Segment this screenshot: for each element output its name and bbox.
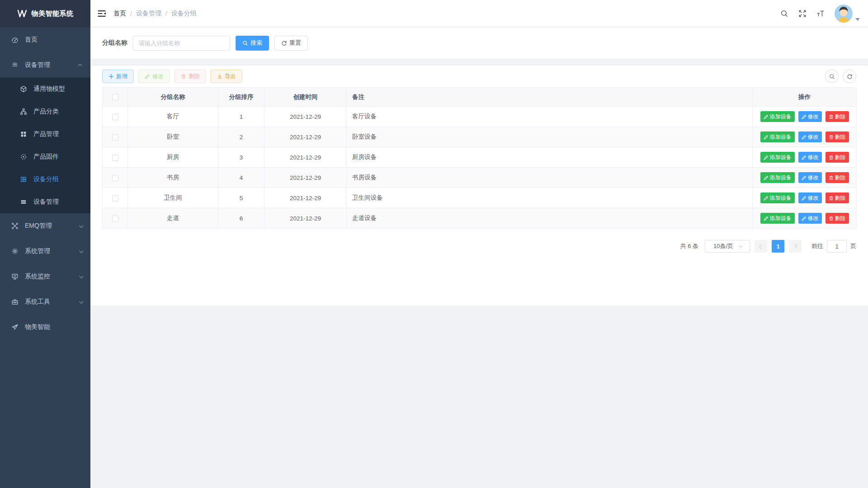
cube-icon (20, 85, 27, 93)
fullscreen-icon[interactable] (798, 9, 807, 18)
row-edit-button[interactable]: 修改 (798, 192, 822, 203)
app-title: 物美智能系统 (32, 9, 74, 18)
page-size-select[interactable]: 10条/页 (705, 240, 750, 253)
caret-down-icon (855, 18, 860, 21)
sidebar-toggle-icon[interactable] (97, 9, 106, 18)
row-delete-button[interactable]: 删除 (826, 131, 849, 142)
refresh-button[interactable] (843, 70, 856, 83)
row-delete-button[interactable]: 删除 (826, 192, 849, 203)
sidebar-item-emq-manage[interactable]: EMQ管理 (0, 213, 90, 239)
delete-button[interactable]: 删除 (175, 70, 206, 83)
row-delete-button[interactable]: 删除 (826, 111, 849, 122)
row-checkbox[interactable] (112, 114, 118, 120)
export-button-label: 导出 (225, 73, 236, 80)
sidebar-item-product-firmware[interactable]: 产品固件 (0, 145, 90, 168)
add-button-label: 新增 (116, 73, 127, 80)
app-root: 物美智能系统 首页 设备管理 (0, 0, 868, 488)
add-button[interactable]: 新增 (102, 70, 134, 83)
sidebar-item-label: 产品管理 (33, 130, 82, 138)
add-device-label: 添加设备 (770, 154, 792, 161)
row-edit-button[interactable]: 修改 (798, 172, 822, 183)
sidebar-item-thing-model[interactable]: 通用物模型 (0, 78, 90, 100)
font-size-icon[interactable] (816, 9, 825, 18)
row-delete-label: 删除 (835, 154, 846, 161)
breadcrumb-device-manage: 设备管理 (136, 9, 161, 18)
row-edit-button[interactable]: 修改 (798, 213, 822, 224)
row-checkbox[interactable] (112, 134, 118, 141)
sidebar-item-system-manage[interactable]: 系统管理 (0, 239, 90, 264)
chevron-down-icon (739, 244, 742, 247)
select-all-checkbox[interactable] (112, 94, 118, 100)
goto-page-input[interactable] (827, 240, 847, 253)
toggle-search-button[interactable] (825, 70, 839, 83)
row-delete-button[interactable]: 删除 (826, 213, 849, 224)
add-device-button[interactable]: 添加设备 (760, 152, 795, 163)
next-page-button[interactable] (789, 240, 802, 253)
page-unit-label: 页 (850, 242, 856, 250)
add-device-button[interactable]: 添加设备 (760, 192, 795, 203)
row-checkbox[interactable] (112, 195, 118, 202)
table-row: 卧室 2 2021-12-29 卧室设备 添加设备修改删除 (103, 127, 857, 147)
sidebar-item-device-manage[interactable]: 设备管理 (0, 52, 90, 78)
export-button[interactable]: 导出 (211, 70, 242, 83)
add-device-label: 添加设备 (770, 215, 792, 222)
cell-group-order: 6 (218, 208, 264, 229)
sidebar-item-device-group[interactable]: 设备分组 (0, 168, 90, 191)
row-checkbox[interactable] (112, 175, 118, 181)
breadcrumb-home[interactable]: 首页 (113, 9, 126, 18)
cell-group-order: 5 (218, 188, 264, 208)
row-edit-button[interactable]: 修改 (798, 131, 822, 142)
breadcrumb: 首页 / 设备管理 / 设备分组 (113, 9, 197, 18)
edit-button-label: 修改 (152, 73, 164, 80)
sidebar-item-system-tools[interactable]: 系统工具 (0, 289, 90, 314)
col-header-actions: 操作 (753, 88, 857, 107)
edit-button[interactable]: 修改 (138, 70, 170, 83)
row-delete-button[interactable]: 删除 (826, 152, 849, 163)
device-group-table: 分组名称 分组排序 创建时间 备注 操作 客厅 1 2021-12-29 客厅设… (102, 87, 857, 229)
sidebar-item-system-monitor[interactable]: 系统监控 (0, 264, 90, 289)
row-checkbox[interactable] (112, 216, 118, 222)
reset-button-label: 重置 (289, 39, 301, 47)
group-name-label: 分组名称 (102, 39, 127, 47)
cell-group-name: 走道 (128, 208, 218, 229)
sidebar-item-wumei-smart[interactable]: 物美智能 (0, 314, 90, 340)
device-group-icon (20, 176, 27, 183)
page-number-button[interactable]: 1 (772, 240, 784, 253)
pagination: 共 6 条 10条/页 1 前往 页 (102, 240, 856, 253)
col-header-group-order: 分组排序 (218, 88, 264, 107)
cell-remark: 卫生间设备 (347, 188, 753, 208)
row-edit-label: 修改 (808, 133, 819, 141)
sidebar-item-product-manage[interactable]: 产品管理 (0, 123, 90, 145)
row-edit-button[interactable]: 修改 (798, 111, 822, 122)
cell-remark: 厨房设备 (347, 147, 753, 168)
col-header-remark: 备注 (347, 88, 753, 107)
table-toolbar: 新增 修改 删除 导出 (102, 70, 856, 83)
row-delete-button[interactable]: 删除 (826, 172, 849, 183)
sidebar-item-label: 系统工具 (25, 298, 79, 306)
row-edit-button[interactable]: 修改 (798, 152, 822, 163)
user-menu[interactable] (835, 5, 860, 23)
add-device-button[interactable]: 添加设备 (760, 172, 795, 183)
add-device-button[interactable]: 添加设备 (760, 131, 795, 142)
table-header-row: 分组名称 分组排序 创建时间 备注 操作 (103, 88, 857, 107)
table-row: 卫生间 5 2021-12-29 卫生间设备 添加设备修改删除 (103, 188, 857, 208)
sidebar-item-label: 物美智能 (25, 323, 82, 331)
search-icon[interactable] (780, 9, 788, 18)
col-header-group-name: 分组名称 (128, 88, 218, 107)
sidebar-item-product-category[interactable]: 产品分类 (0, 100, 90, 123)
logo[interactable]: 物美智能系统 (0, 0, 90, 27)
row-checkbox[interactable] (112, 155, 118, 161)
cell-remark: 走道设备 (347, 208, 753, 229)
add-device-button[interactable]: 添加设备 (760, 213, 795, 224)
search-button[interactable]: 搜索 (236, 36, 269, 51)
sidebar-item-device-list[interactable]: 设备管理 (0, 191, 90, 213)
sidebar-item-home[interactable]: 首页 (0, 27, 90, 52)
sitemap-icon (20, 108, 27, 115)
group-name-input[interactable] (133, 36, 230, 51)
sidebar-item-label: EMQ管理 (25, 222, 79, 230)
add-device-button[interactable]: 添加设备 (760, 111, 795, 122)
page-background (90, 305, 868, 488)
prev-page-button[interactable] (755, 240, 767, 253)
paper-plane-icon (11, 324, 19, 331)
reset-button[interactable]: 重置 (274, 36, 308, 51)
